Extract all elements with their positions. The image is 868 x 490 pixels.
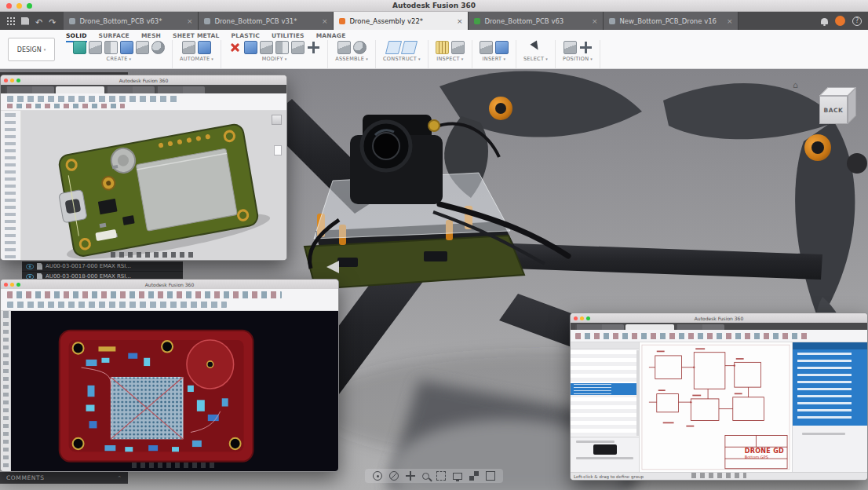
app-grid-icon[interactable] [6, 16, 15, 25]
group-label-select[interactable]: SELECT [523, 56, 544, 62]
new-component-icon[interactable] [337, 41, 351, 54]
cylinder-icon[interactable] [104, 41, 118, 54]
insert-derive-icon[interactable] [480, 41, 493, 54]
pcb-editor-window[interactable]: Autodesk Fusion 360 [0, 279, 339, 472]
redo-icon[interactable] [49, 13, 56, 28]
group-label-assemble[interactable]: ASSEMBLE [335, 56, 364, 62]
doc-tab[interactable] [625, 324, 674, 330]
pcb3d-toolbar[interactable] [1, 93, 286, 111]
select-icon[interactable] [529, 41, 542, 54]
pcb-3d-model[interactable] [21, 111, 286, 260]
schematic-titlebar[interactable]: Autodesk Fusion 360 [571, 313, 867, 323]
measure-icon[interactable] [436, 41, 449, 54]
press-pull-icon[interactable] [244, 41, 257, 54]
user-avatar[interactable] [835, 16, 845, 26]
group-label-create[interactable]: CREATE [107, 56, 128, 62]
shell-icon[interactable] [275, 41, 289, 54]
schematic-parts-panel[interactable] [571, 342, 640, 472]
doc-tab[interactable] [156, 86, 205, 93]
viewports-icon[interactable] [486, 471, 495, 481]
notifications-bell-icon[interactable] [821, 18, 828, 24]
grid-settings-icon[interactable] [469, 471, 479, 481]
pcb3d-viewcube[interactable] [272, 115, 282, 125]
pcb3d-browser-tree[interactable] [1, 111, 21, 260]
schematic-drawing[interactable] [640, 342, 792, 472]
close-tab-icon[interactable]: × [727, 17, 733, 25]
browser-item-emax-0017[interactable]: AU00-03-0017-000 EMAX RSI... [22, 261, 183, 272]
expand-panel-icon[interactable]: ⌃ [117, 475, 122, 481]
workspace-selector[interactable]: DESIGN ▾ [8, 38, 55, 61]
pcb-editor-toolbar[interactable] [1, 289, 338, 311]
combine-icon[interactable] [291, 41, 305, 54]
viewcube[interactable]: ⌂ BACK [793, 77, 855, 127]
pcb3d-navbar[interactable] [111, 252, 197, 258]
save-icon[interactable] [21, 17, 29, 25]
help-icon[interactable]: ? [852, 16, 862, 26]
move-copy-icon[interactable] [307, 41, 320, 54]
close-tab-icon[interactable]: × [457, 17, 463, 25]
group-label-modify[interactable]: MODIFY [262, 56, 283, 62]
pcb-layout[interactable] [11, 311, 338, 471]
close-tab-icon[interactable]: × [187, 17, 193, 25]
revolve-icon[interactable] [136, 41, 149, 54]
doc-tab[interactable] [575, 324, 624, 330]
schematic-zoom-tools[interactable] [691, 473, 746, 478]
group-label-construct[interactable]: CONSTRUCT [383, 56, 417, 62]
automate-icon[interactable] [198, 41, 211, 54]
look-at-icon[interactable] [389, 471, 399, 481]
pcb-editor-titlebar[interactable]: Autodesk Fusion 360 [1, 280, 338, 289]
pcb-editor-side-toolbar[interactable] [1, 311, 11, 471]
insert-mesh-icon[interactable] [495, 41, 509, 54]
doc-tab-new-bottom-pcb-drone-v16[interactable]: New_Bottom_PCB_Drone v16 × [604, 12, 739, 30]
create-sketch-icon[interactable] [73, 41, 86, 54]
pan-icon[interactable] [406, 471, 415, 481]
section-analysis-icon[interactable] [451, 41, 465, 54]
doc-tab[interactable] [106, 86, 155, 93]
parts-list-selection[interactable] [571, 383, 639, 395]
layers-list[interactable] [797, 353, 852, 421]
schematic-canvas[interactable]: DRONE GD Bottom GPS [640, 342, 792, 472]
doc-tab-drone-bottom-pcb-v63-2[interactable]: Drone_Bottom_PCB v63 × [469, 12, 604, 30]
close-tab-icon[interactable]: × [322, 17, 328, 25]
layers-palette-header[interactable] [793, 342, 867, 349]
schematic-doc-tabs[interactable] [571, 323, 867, 330]
delete-icon[interactable] [228, 41, 242, 54]
fit-icon[interactable] [436, 471, 446, 481]
parts-filter-dropdown[interactable] [571, 342, 639, 349]
visibility-eye-icon[interactable] [26, 264, 34, 269]
construct-axis-icon[interactable] [401, 41, 418, 54]
capture-position-icon[interactable] [563, 41, 577, 54]
comments-panel[interactable]: COMMENTS ⌃ [0, 472, 128, 484]
pcb3d-titlebar[interactable]: Autodesk Fusion 360 [1, 75, 286, 85]
doc-tab-drone-bottom-pcb-v31[interactable]: Drone_Bottom_PCB v31* × [199, 12, 334, 30]
close-tab-icon[interactable]: × [592, 17, 598, 25]
schematic-toolbar[interactable] [571, 330, 867, 342]
display-settings-icon[interactable] [453, 473, 462, 480]
doc-tab[interactable] [5, 86, 54, 93]
viewcube-home-icon[interactable]: ⌂ [793, 80, 798, 90]
joint-icon[interactable] [353, 41, 367, 54]
doc-tab[interactable] [676, 324, 724, 330]
pcb3d-doc-icon[interactable] [274, 145, 282, 155]
orbit-icon[interactable] [373, 471, 382, 481]
revert-position-icon[interactable] [579, 41, 593, 54]
viewcube-back-face[interactable]: BACK [819, 96, 848, 124]
doc-tab-drone-assembly-v22[interactable]: Drone_Assembly v22* × [334, 12, 469, 30]
pcb3d-doc-tabs[interactable] [1, 85, 286, 93]
doc-tab-drone-bottom-pcb-v63[interactable]: Drone_Bottom_PCB v63* × [64, 12, 199, 30]
sphere-icon[interactable] [151, 41, 165, 54]
box-icon[interactable] [89, 41, 102, 54]
undo-icon[interactable] [35, 13, 42, 28]
pcb-editor-canvas[interactable] [11, 311, 338, 471]
group-label-inspect[interactable]: INSPECT [436, 56, 460, 62]
extrude-icon[interactable] [120, 41, 133, 54]
configure-icon[interactable] [182, 41, 195, 54]
pcb3d-canvas[interactable] [21, 111, 286, 260]
pcb-editor-navbar[interactable] [132, 463, 218, 468]
schematic-window[interactable]: Autodesk Fusion 360 [570, 313, 868, 481]
construct-plane-icon[interactable] [385, 41, 402, 54]
parts-list-scrollbar[interactable] [636, 350, 639, 436]
group-label-position[interactable]: POSITION [563, 56, 589, 62]
group-label-insert[interactable]: INSERT [483, 56, 502, 62]
pcb-3d-window[interactable]: Autodesk Fusion 360 [0, 75, 287, 261]
